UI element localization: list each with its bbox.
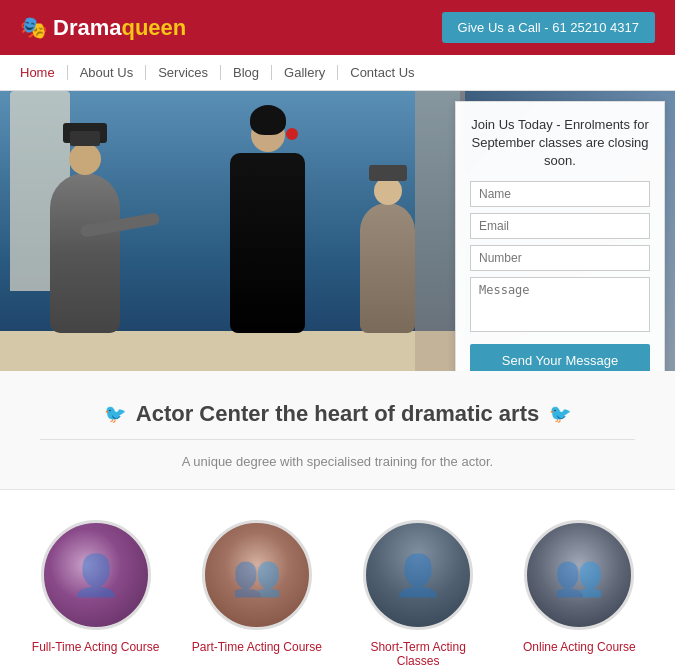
nav-contact[interactable]: Contact Us bbox=[338, 65, 426, 80]
course-image-parttime: 👥 bbox=[232, 552, 282, 599]
name-input[interactable] bbox=[470, 181, 650, 207]
site-logo: 🎭 Dramaqueen bbox=[20, 15, 186, 41]
middle-section: 🐦 Actor Center the heart of dramatic art… bbox=[0, 371, 675, 490]
form-panel-title: Join Us Today - Enrolments for September… bbox=[470, 116, 650, 171]
heading-divider bbox=[40, 439, 635, 440]
course-circle-shortterm: 👤 bbox=[363, 520, 473, 630]
hero-figure-left bbox=[50, 173, 120, 333]
course-label-shortterm[interactable]: Short-Term Acting Classes bbox=[348, 640, 488, 668]
middle-subtext: A unique degree with specialised trainin… bbox=[20, 454, 655, 469]
site-header: 🎭 Dramaqueen Give Us a Call - 61 25210 4… bbox=[0, 0, 675, 55]
course-label-fulltime[interactable]: Full-Time Acting Course bbox=[26, 640, 166, 654]
course-circle-online: 👥 bbox=[524, 520, 634, 630]
drama-mask-icon: 🎭 bbox=[20, 15, 47, 41]
course-image-shortterm: 👤 bbox=[393, 552, 443, 599]
call-button[interactable]: Give Us a Call - 61 25210 4317 bbox=[442, 12, 655, 43]
logo-text: Dramaqueen bbox=[53, 15, 186, 41]
courses-section: 👤 Full-Time Acting Course 👥 Part-Time Ac… bbox=[0, 490, 675, 668]
deco-left-icon: 🐦 bbox=[104, 403, 126, 425]
course-image-fulltime: 👤 bbox=[71, 552, 121, 599]
course-label-online[interactable]: Online Acting Course bbox=[509, 640, 649, 654]
nav-home[interactable]: Home bbox=[20, 65, 68, 80]
middle-heading: 🐦 Actor Center the heart of dramatic art… bbox=[20, 401, 655, 427]
hero-section: Join Us Today - Enrolments for September… bbox=[0, 91, 675, 371]
course-fulltime: 👤 Full-Time Acting Course bbox=[26, 520, 166, 654]
course-circle-parttime: 👥 bbox=[202, 520, 312, 630]
nav-blog[interactable]: Blog bbox=[221, 65, 272, 80]
submit-button[interactable]: Send Your Message bbox=[470, 344, 650, 371]
email-input[interactable] bbox=[470, 213, 650, 239]
course-parttime: 👥 Part-Time Acting Course bbox=[187, 520, 327, 654]
course-shortterm: 👤 Short-Term Acting Classes bbox=[348, 520, 488, 668]
hero-figure-right bbox=[360, 203, 415, 333]
contact-form-panel: Join Us Today - Enrolments for September… bbox=[455, 101, 665, 371]
logo-drama: Drama bbox=[53, 15, 121, 40]
hero-figure-center bbox=[230, 153, 305, 333]
nav-gallery[interactable]: Gallery bbox=[272, 65, 338, 80]
nav-about[interactable]: About Us bbox=[68, 65, 146, 80]
main-nav: Home About Us Services Blog Gallery Cont… bbox=[0, 55, 675, 91]
logo-queen: queen bbox=[121, 15, 186, 40]
nav-services[interactable]: Services bbox=[146, 65, 221, 80]
message-input[interactable] bbox=[470, 277, 650, 332]
deco-right-icon: 🐦 bbox=[549, 403, 571, 425]
hero-ground bbox=[0, 331, 460, 371]
course-circle-fulltime: 👤 bbox=[41, 520, 151, 630]
course-image-online: 👥 bbox=[554, 552, 604, 599]
number-input[interactable] bbox=[470, 245, 650, 271]
course-online: 👥 Online Acting Course bbox=[509, 520, 649, 654]
course-label-parttime[interactable]: Part-Time Acting Course bbox=[187, 640, 327, 654]
